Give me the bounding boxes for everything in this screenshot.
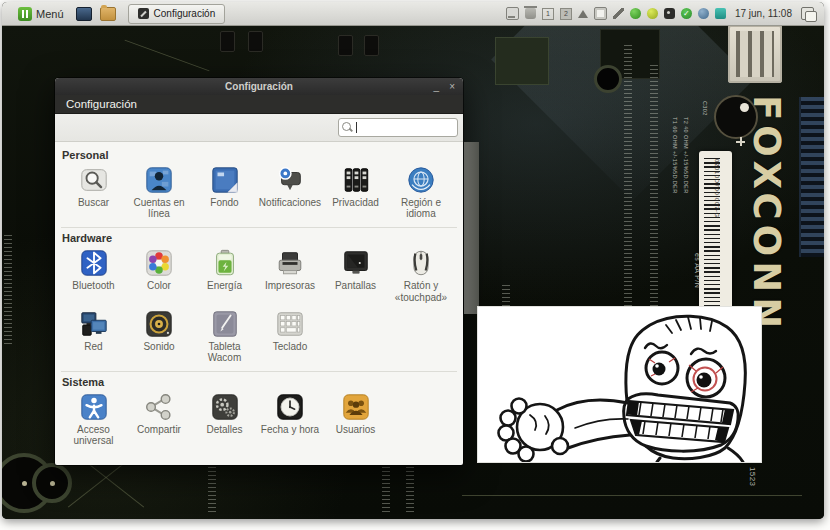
settings-item-region[interactable]: Región e idioma (389, 165, 454, 219)
settings-item-privacidad[interactable]: Privacidad (323, 165, 388, 219)
settings-item-compartir[interactable]: Compartir (127, 392, 192, 446)
settings-item-label: Impresoras (265, 280, 315, 291)
tablet-tray-icon[interactable] (594, 7, 607, 20)
settings-item-raton[interactable]: Ratón y «touchpad» (389, 248, 454, 302)
settings-item-notificaciones[interactable]: Notificaciones (258, 165, 323, 219)
hardware-grid: Bluetooth (61, 248, 459, 363)
settings-item-tableta[interactable]: Tableta Wacom (192, 309, 257, 363)
silkscreen-texture (4, 235, 12, 345)
terminal-tray-icon[interactable] (715, 8, 726, 19)
settings-item-pantallas[interactable]: Pantallas (323, 248, 388, 302)
screenshot-page: 02010D700-007-G FOXCONN T1 60 OHM +/-15%… (0, 0, 830, 530)
menu-label: Menú (36, 8, 64, 20)
sistema-grid: Acceso universal Compartir (61, 392, 459, 446)
settings-item-label: Tableta Wacom (193, 341, 257, 363)
section-title-personal: Personal (62, 149, 459, 161)
system-tray: 1 2 ✓ 17 jun, 11:08 (506, 7, 824, 20)
users-icon (341, 392, 371, 422)
sharing-icon (144, 392, 174, 422)
settings-item-sonido[interactable]: Sonido (127, 309, 192, 363)
section-divider (61, 227, 457, 228)
silkscreen-label: C302 (702, 101, 708, 116)
media-player-icon[interactable] (647, 8, 658, 19)
section-title-sistema: Sistema (62, 376, 459, 388)
settings-item-label: Detalles (206, 424, 242, 435)
settings-item-fondo[interactable]: Fondo (192, 165, 257, 219)
mouse-touchpad-icon (406, 248, 436, 278)
silkscreen-label: 1523 (748, 467, 757, 486)
section-title-hardware: Hardware (62, 232, 459, 244)
settings-item-label: Energía (207, 280, 242, 291)
chip-icon (495, 37, 549, 85)
region-language-icon (406, 165, 436, 195)
window-title: Configuración (55, 81, 463, 92)
settings-item-label: Fecha y hora (261, 424, 319, 435)
settings-item-label: Color (147, 280, 171, 291)
settings-item-fecha[interactable]: Fecha y hora (258, 392, 323, 446)
settings-item-label: Cuentas en línea (127, 197, 191, 219)
trace-line (125, 40, 210, 72)
show-desktop-icon[interactable] (76, 7, 92, 21)
sound-icon (144, 309, 174, 339)
trace-line (462, 495, 802, 496)
settings-item-teclado[interactable]: Teclado (258, 309, 323, 363)
notifications-icon (275, 165, 305, 195)
settings-item-label: Teclado (273, 341, 307, 352)
transistor-icon (248, 31, 263, 52)
workspace-1-button[interactable]: 1 (542, 8, 554, 20)
settings-item-bluetooth[interactable]: Bluetooth (61, 248, 126, 302)
privacy-icon (341, 165, 371, 195)
browser-tray-icon[interactable] (698, 8, 709, 19)
settings-item-energia[interactable]: Energía (192, 248, 257, 302)
settings-item-label: Notificaciones (259, 197, 321, 208)
settings-item-label: Ratón y «touchpad» (389, 280, 453, 302)
files-launcher-icon[interactable] (100, 7, 116, 21)
network-icon (79, 309, 109, 339)
settings-item-cuentas[interactable]: Cuentas en línea (127, 165, 192, 219)
background-icon (210, 165, 240, 195)
menu-button[interactable]: Menú (2, 2, 72, 25)
settings-item-red[interactable]: Red (61, 309, 126, 363)
top-panel: Menú Configuración 1 2 ✓ 17 jun, 11:08 (2, 2, 824, 26)
settings-item-buscar[interactable]: Buscar (61, 165, 126, 219)
dark-app-icon[interactable] (664, 8, 675, 19)
minimize-button[interactable]: _ (434, 80, 440, 94)
settings-item-usuarios[interactable]: Usuarios (323, 392, 388, 446)
settings-item-label: Acceso universal (62, 424, 126, 446)
online-accounts-icon (144, 165, 174, 195)
screw-hole (32, 463, 72, 503)
settings-item-label: Red (84, 341, 102, 352)
status-green-icon[interactable] (630, 8, 641, 19)
settings-item-label: Usuarios (336, 424, 375, 435)
silkscreen-label: T1 60 OHM +/-15%5D.DER (672, 117, 678, 194)
rage-face-drawing (478, 307, 761, 462)
settings-item-label: Privacidad (332, 197, 379, 208)
clock[interactable]: 17 jun, 11:08 (735, 8, 792, 19)
messages-tray-icon[interactable] (801, 7, 814, 20)
arrow-up-icon[interactable] (578, 10, 588, 18)
search-icon (342, 122, 351, 131)
close-button[interactable]: × (449, 80, 455, 94)
trash-icon[interactable] (525, 8, 536, 19)
updates-shield-icon[interactable]: ✓ (681, 8, 692, 19)
edge-connector (799, 97, 824, 257)
search-box[interactable] (338, 118, 458, 137)
window-list-icon[interactable] (506, 7, 519, 20)
pen-tray-icon[interactable] (613, 8, 624, 19)
settings-item-label: Fondo (210, 197, 238, 208)
titlebar[interactable]: Configuración _ × (55, 78, 463, 95)
silkscreen-label: T2 40 OHM +/-15%5D.DER (683, 117, 689, 194)
transistor-icon (220, 31, 235, 52)
settings-content: Personal Buscar (55, 142, 463, 465)
search-input[interactable] (355, 119, 455, 136)
taskbar-window-button[interactable]: Configuración (128, 4, 226, 24)
settings-item-impresoras[interactable]: Impresoras (258, 248, 323, 302)
workspace-2-button[interactable]: 2 (560, 8, 572, 20)
silkscreen-label: es AA P/N (694, 253, 701, 288)
transistor-icon (338, 35, 353, 56)
settings-item-detalles[interactable]: Detalles (192, 392, 257, 446)
power-icon (210, 248, 240, 278)
desktop: 02010D700-007-G FOXCONN T1 60 OHM +/-15%… (2, 2, 824, 519)
settings-item-color[interactable]: Color (127, 248, 192, 302)
settings-item-acceso[interactable]: Acceso universal (61, 392, 126, 446)
